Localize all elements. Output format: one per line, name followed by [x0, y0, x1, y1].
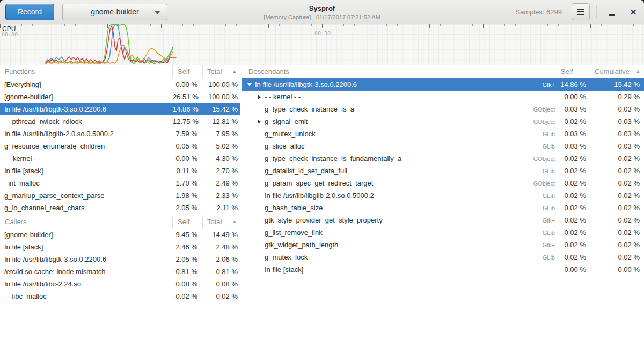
sort-ascending-icon: ▲ — [232, 219, 237, 224]
table-row[interactable]: [gnome-builder]26.51 %100.00 % — [0, 91, 240, 103]
tree-row[interactable]: gtk_widget_path_lengthGtk+0.02 %0.02 % — [242, 239, 644, 251]
tree-row-name-cell: g_list_remove_link — [242, 228, 518, 237]
function-name: - - kernel - - — [0, 154, 173, 162]
table-row[interactable]: g_io_channel_read_chars2.05 %2.11 % — [0, 202, 240, 214]
function-name: /etc/ld.so.cache: inode mismatch — [0, 268, 173, 276]
library-tag: GLib — [518, 205, 557, 211]
library-tag: GObject — [518, 106, 557, 113]
tree-row[interactable]: In file [stack]0.00 %0.00 % — [242, 263, 644, 276]
expander-open-icon[interactable] — [247, 83, 255, 86]
callers-total-column-header[interactable]: Total ▲ — [203, 216, 240, 228]
table-row[interactable]: /etc/ld.so.cache: inode mismatch0.81 %0.… — [0, 265, 240, 278]
library-tag: GObject — [518, 119, 557, 125]
tree-row[interactable]: In file /usr/lib/libgtk-3.so.0.2200.6Gtk… — [242, 78, 644, 91]
tree-row-name-cell: g_slice_alloc — [242, 142, 518, 150]
descendants-column-header[interactable]: Descendants — [242, 65, 557, 78]
table-row[interactable]: In file [stack]2.46 %2.48 % — [0, 241, 240, 253]
total-percent: 2.11 % — [203, 204, 240, 212]
tree-row-name-cell: g_type_check_instance_is_a — [242, 105, 518, 113]
cumulative-percent: 0.02 % — [590, 216, 644, 224]
tree-row-name-cell: g_datalist_id_set_data_full — [242, 167, 518, 175]
function-name: g_resource_enumerate_children — [0, 142, 173, 150]
tree-row[interactable]: g_type_check_instance_is_aGObject0.03 %0… — [242, 103, 644, 115]
self-percent: 2.46 % — [173, 243, 203, 251]
tree-row[interactable]: g_type_check_instance_is_fundamentally_a… — [242, 152, 644, 165]
self-percent: 0.11 % — [173, 167, 203, 175]
cumulative-percent: 0.29 % — [590, 93, 644, 101]
expander-closed-icon[interactable] — [257, 120, 265, 124]
minimize-button[interactable] — [601, 0, 623, 24]
callers-table-body: [gnome-builder]9.45 %14.49 %In file [sta… — [0, 228, 240, 302]
left-pane: Functions Self Total ▲ [Everything]0.00 … — [0, 65, 240, 362]
tree-row[interactable]: g_param_spec_get_redirect_targetGObject0… — [242, 177, 644, 189]
sort-ascending-icon: ▲ — [232, 69, 237, 74]
cumulative-percent: 0.02 % — [590, 204, 644, 212]
table-row[interactable]: In file /usr/lib/libgtk-3.so.0.2200.62.0… — [0, 253, 240, 265]
table-row[interactable]: In file /usr/lib/libgtk-3.so.0.2200.614.… — [0, 103, 240, 115]
title-block: Sysprof [Memory Capture] - 01/17/2017 07… — [161, 0, 483, 24]
cumulative-percent: 0.02 % — [590, 253, 644, 261]
function-name: In file /usr/lib/libgtk-3.so.0.2200.6 — [0, 255, 173, 263]
cpu-timeline-graph[interactable]: CPU 00:00 00:30 — [0, 24, 644, 65]
tree-row[interactable]: g_mutex_lockGLib0.02 %0.02 % — [242, 251, 644, 263]
cumulative-percent: 0.03 % — [590, 117, 644, 125]
functions-self-column-header[interactable]: Self — [173, 65, 203, 78]
table-row[interactable]: [gnome-builder]9.45 %14.49 % — [0, 228, 240, 241]
tree-row[interactable]: - - kernel - -0.00 %0.29 % — [242, 91, 644, 103]
tree-row[interactable]: g_list_remove_linkGLib0.02 %0.02 % — [242, 226, 644, 239]
table-row[interactable]: g_resource_enumerate_children0.05 %5.02 … — [0, 140, 240, 152]
self-percent: 9.45 % — [173, 231, 203, 239]
tree-row[interactable]: g_hash_table_sizeGLib0.02 %0.02 % — [242, 202, 644, 214]
functions-total-column-header[interactable]: Total ▲ — [203, 65, 240, 78]
library-tag: GLib — [518, 193, 557, 199]
chevron-down-icon — [155, 11, 160, 14]
library-tag: GLib — [518, 230, 557, 236]
self-percent: 0.08 % — [173, 280, 203, 288]
tree-row-name-cell: g_param_spec_get_redirect_target — [242, 179, 518, 187]
self-percent: 26.51 % — [173, 93, 203, 101]
table-row[interactable]: g_markup_parse_context_parse1.98 %2.33 % — [0, 189, 240, 202]
titlebar-right-controls: Samples: 6299 ✕ — [515, 0, 644, 24]
table-row[interactable]: __libc_malloc0.02 %0.02 % — [0, 290, 240, 302]
tree-row[interactable]: gtk_style_provider_get_style_propertyGtk… — [242, 214, 644, 226]
expander-closed-icon[interactable] — [257, 95, 265, 99]
cpu-series-cpu2 — [46, 26, 176, 63]
time-tick-start: 00:00 — [2, 32, 18, 38]
library-tag: Gtk+ — [518, 217, 557, 224]
self-percent: 0.02 % — [557, 253, 590, 261]
self-percent: 1.70 % — [173, 179, 203, 187]
self-percent: 7.59 % — [173, 130, 203, 138]
menu-button[interactable] — [572, 3, 590, 20]
table-row[interactable]: - - kernel - -0.00 %4.30 % — [0, 152, 240, 165]
profile-target-dropdown[interactable]: gnome-builder — [62, 4, 167, 20]
tree-row[interactable]: g_mutex_unlockGLib0.03 %0.03 % — [242, 128, 644, 140]
close-button[interactable]: ✕ — [623, 0, 644, 24]
function-name: g_signal_emit — [265, 117, 308, 125]
callers-column-header[interactable]: Callers — [0, 216, 173, 228]
function-name: In file /usr/lib/libglib-2.0.so.0.5000.2 — [0, 130, 173, 138]
tree-row[interactable]: In file /usr/lib/libglib-2.0.so.0.5000.2… — [242, 189, 644, 202]
tree-row-name-cell: g_mutex_unlock — [242, 130, 518, 138]
table-row[interactable]: In file /usr/lib/libc-2.24.so0.08 %0.08 … — [0, 278, 240, 290]
total-percent: 2.70 % — [203, 167, 240, 175]
library-tag: Gtk+ — [518, 82, 557, 88]
descendants-self-column-header[interactable]: Self — [557, 65, 590, 78]
tree-row[interactable]: g_datalist_id_set_data_fullGLib0.02 %0.0… — [242, 165, 644, 177]
callers-self-column-header[interactable]: Self — [173, 216, 203, 228]
table-row[interactable]: __pthread_rwlock_rdlock12.75 %12.81 % — [0, 115, 240, 128]
table-row[interactable]: In file [stack]0.11 %2.70 % — [0, 165, 240, 177]
total-percent: 7.95 % — [203, 130, 240, 138]
tree-row[interactable]: g_slice_allocGLib0.03 %0.03 % — [242, 140, 644, 152]
table-row[interactable]: _int_malloc1.70 %2.49 % — [0, 177, 240, 189]
cumulative-percent: 0.02 % — [590, 191, 644, 200]
cumulative-percent: 0.02 % — [590, 228, 644, 237]
tree-row[interactable]: g_signal_emitGObject0.02 %0.03 % — [242, 115, 644, 128]
descendants-cumulative-column-header[interactable]: Cumulative ▲ — [590, 65, 644, 78]
functions-table-header: Functions Self Total ▲ — [0, 65, 240, 78]
record-button[interactable]: Record — [5, 4, 54, 20]
table-row[interactable]: In file /usr/lib/libglib-2.0.so.0.5000.2… — [0, 128, 240, 140]
functions-column-header[interactable]: Functions — [0, 65, 173, 78]
self-percent: 14.86 % — [173, 105, 203, 113]
function-name: In file /usr/lib/libgtk-3.so.0.2200.6 — [255, 80, 357, 88]
table-row[interactable]: [Everything]0.00 %100.00 % — [0, 78, 240, 91]
